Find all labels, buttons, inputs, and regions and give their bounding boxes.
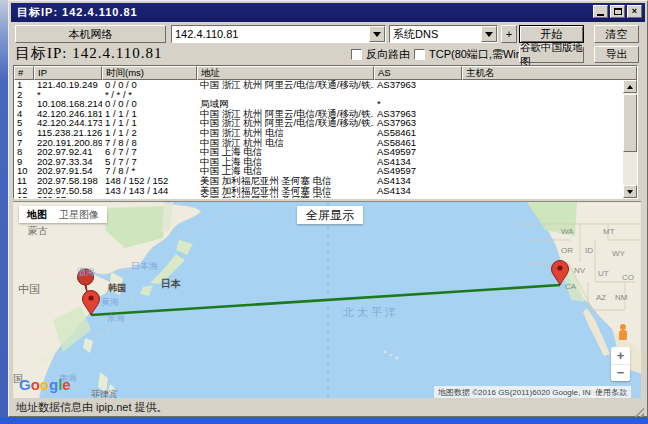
table-row[interactable]: 310.108.168.2140 / 0 / 0局域网* [14, 99, 623, 109]
scroll-up-button[interactable] [623, 80, 637, 93]
target-ip-dropdown-button[interactable] [369, 26, 385, 42]
column-header[interactable]: 主机名 [462, 66, 637, 80]
cell-time: 1 / 1 / 1 [102, 109, 197, 119]
cell-host [462, 138, 623, 148]
cell-ip: 42.120.244.173 [34, 118, 102, 128]
cell-num: 7 [14, 138, 34, 148]
reverse-route-checkbox[interactable] [351, 49, 362, 60]
clear-button[interactable]: 清空 [594, 25, 639, 43]
cell-ip: 121.40.19.249 [34, 80, 102, 90]
close-button[interactable]: × [627, 5, 642, 18]
titlebar[interactable]: 目标IP: 142.4.110.81 × [11, 3, 645, 22]
cell-ip: 202.97.91.54 [34, 166, 102, 176]
cell-host [462, 166, 623, 176]
map-type-satellite-button[interactable]: 卫星图像 [59, 208, 99, 222]
cell-as: AS4134 [374, 186, 462, 196]
scroll-down-button[interactable] [623, 185, 637, 198]
cell-host [462, 176, 623, 186]
table-row[interactable]: 9202.97.33.345 / 7 / 7中国 上海 电信AS4134 [14, 157, 623, 167]
map-zoom-control: + − [611, 347, 630, 381]
cell-time: 1 / 1 / 1 [102, 118, 197, 128]
maximize-icon [614, 8, 622, 15]
zoom-out-button[interactable]: − [611, 365, 630, 382]
zoom-in-button[interactable]: + [611, 347, 630, 365]
minimize-button[interactable] [593, 5, 608, 18]
background-window-edge [0, 0, 8, 424]
screen: 目标IP: 142.4.110.81 × 本机网络 142.4.110.81 系… [0, 0, 648, 424]
arrow-down-icon [627, 190, 633, 194]
local-network-label: 本机网络 [69, 27, 113, 42]
cell-as: AS37963 [374, 80, 462, 90]
cell-num: 4 [14, 109, 34, 119]
cell-host [462, 80, 623, 90]
target-ip-combobox[interactable]: 142.4.110.81 [171, 25, 386, 43]
target-ip-value[interactable]: 142.4.110.81 [172, 28, 369, 40]
cell-addr: 中国 浙江 杭州 电信 [197, 138, 374, 148]
route-map[interactable]: 蒙古 中国 国 渤海 日本海 韩国 日本 黄海 东海 北太平洋 南海 菲律宾 W… [13, 201, 641, 398]
table-row[interactable]: 12202.97.50.58143 / 143 / 144美国 加利福尼亚州 圣… [14, 186, 623, 196]
scrollbar-thumb[interactable] [623, 94, 637, 152]
status-text: 地址数据信息由 ipip.net 提供。 [16, 400, 168, 415]
cell-ip: 202.97.58.198 [34, 176, 102, 186]
terms-link[interactable]: 使用条款 [591, 386, 631, 398]
table-row[interactable]: 1121.40.19.2490 / 0 / 0中国 浙江 杭州 阿里云/电信/联… [14, 80, 623, 90]
cell-time: 7 / 8 / 8 [102, 138, 197, 148]
cell-addr: 中国 浙江 杭州 阿里云/电信/联通/移动/铁... [197, 118, 374, 128]
cell-addr: 美国 加利福尼亚州 圣何塞 电信 [197, 186, 374, 196]
table-row[interactable]: 8202.97.92.416 / 7 / 7中国 上海 电信AS49597 [14, 147, 623, 157]
table-row[interactable]: 2** / * / * [14, 90, 623, 100]
table-row[interactable]: 7220.191.200.897 / 8 / 8中国 浙江 杭州 电信AS584… [14, 138, 623, 148]
column-header[interactable]: IP [34, 66, 102, 80]
column-header[interactable]: AS [374, 66, 462, 80]
add-button[interactable]: + [501, 25, 517, 43]
cell-addr: 中国 浙江 杭州 电信 [197, 128, 374, 138]
table-scrollbar[interactable] [623, 80, 637, 198]
table-row[interactable]: 6115.238.21.1261 / 1 / 2中国 浙江 杭州 电信AS584… [14, 128, 623, 138]
ryukyu-islands [100, 301, 134, 336]
column-header[interactable]: 时间(ms) [102, 66, 197, 80]
cell-addr: 中国 上海 电信 [197, 157, 374, 167]
hawaii-islands [384, 351, 399, 360]
column-header[interactable]: 地址 [197, 66, 374, 80]
cell-num: 13 [14, 195, 34, 198]
cell-time: 143 / 143 / 144 [102, 186, 197, 196]
cell-ip: * [34, 90, 102, 100]
cell-addr: 中国 上海 电信 [197, 147, 374, 157]
table-body: 1121.40.19.2490 / 0 / 0中国 浙江 杭州 阿里云/电信/联… [14, 80, 623, 198]
cell-as: AS37963 [374, 118, 462, 128]
local-network-button[interactable]: 本机网络 [15, 25, 166, 43]
cell-ip: 202.97. [34, 195, 102, 198]
cell-as: AS49597 [374, 166, 462, 176]
trace-table: #IP时间(ms)地址AS主机名 1121.40.19.2490 / 0 / 0… [13, 65, 638, 199]
tcp-checkbox[interactable] [414, 49, 425, 60]
fullscreen-button[interactable]: 全屏显示 [297, 206, 363, 224]
maximize-button[interactable] [610, 5, 625, 18]
cell-time [102, 195, 197, 198]
cell-num: 5 [14, 118, 34, 128]
window-title: 目标IP: 142.4.110.81 [17, 5, 138, 20]
table-row[interactable]: 10202.97.91.547 / 8 / *中国 上海 电信AS49597 [14, 166, 623, 176]
cell-addr: 中国 浙江 杭州 阿里云/电信/联通/移动/铁... [197, 80, 374, 90]
map-attribution: 地图数据 ©2016 GS(2011)6020 Google, INEGI [434, 386, 608, 398]
table-row[interactable]: 442.120.246.1811 / 1 / 1中国 浙江 杭州 阿里云/电信/… [14, 109, 623, 119]
korea-landmass [109, 272, 123, 295]
table-row[interactable]: 13202.97.美国 加利福尼亚州 圣何塞 电信 [14, 195, 623, 198]
table-row[interactable]: 11202.97.58.198148 / 152 / 152美国 加利福尼亚州 … [14, 176, 623, 186]
pegman-icon[interactable] [617, 324, 629, 340]
cell-time: * / * / * [102, 90, 197, 100]
export-button[interactable]: 导出 [594, 46, 639, 63]
dns-combobox[interactable]: 系统DNS [389, 25, 498, 43]
map-type-map-button[interactable]: 地图 [27, 208, 47, 222]
table-row[interactable]: 542.120.244.1731 / 1 / 1中国 浙江 杭州 阿里云/电信/… [14, 118, 623, 128]
dns-value[interactable]: 系统DNS [390, 27, 481, 42]
column-header[interactable]: # [14, 66, 34, 80]
cell-host [462, 186, 623, 196]
google-logo[interactable]: Google [19, 376, 71, 393]
google-cn-map-button[interactable]: 谷歌中国版地图 [519, 46, 584, 63]
cell-time: 148 / 152 / 152 [102, 176, 197, 186]
japan-honshu [150, 254, 185, 284]
philippines-islands [98, 372, 115, 396]
app-window: 目标IP: 142.4.110.81 × 本机网络 142.4.110.81 系… [8, 0, 648, 417]
cell-ip: 115.238.21.126 [34, 128, 102, 138]
dns-dropdown-button[interactable] [481, 26, 497, 42]
